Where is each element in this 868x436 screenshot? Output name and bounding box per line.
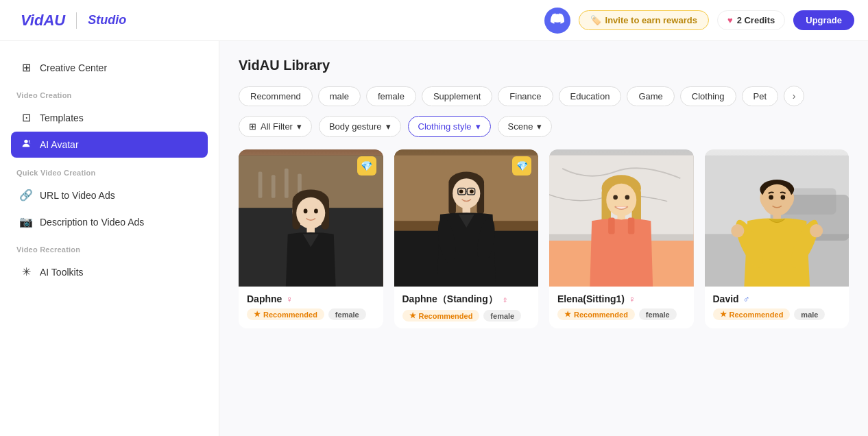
body-gesture-label: Body gesture	[329, 121, 382, 132]
sidebar-item-label: Description to Video Ads	[40, 217, 144, 228]
toolkits-icon: ✳	[19, 265, 33, 278]
sidebar: ⊞ Creative Center Video Creation ⊡ Templ…	[0, 41, 219, 436]
sidebar-item-creative-center[interactable]: ⊞ Creative Center	[11, 55, 208, 80]
gender-tag-male: male	[794, 308, 825, 320]
link-icon: 🔗	[19, 189, 33, 202]
filter-tag-female[interactable]: female	[366, 86, 416, 106]
main-layout: ⊞ Creative Center Video Creation ⊡ Templ…	[0, 41, 868, 436]
star-icon: ★	[564, 310, 571, 319]
avatar-name-text: Daphne	[247, 293, 282, 304]
recommended-tag: ★ Recommended	[557, 308, 635, 320]
sidebar-item-ai-avatar[interactable]: AI Avatar	[11, 132, 208, 158]
scene-dropdown[interactable]: Scene ▾	[498, 116, 553, 137]
svg-rect-5	[272, 175, 276, 197]
avatar-name-text: David	[713, 293, 739, 304]
avatar-info-elena: Elena(Sitting1) ♀ ★ Recommended female	[549, 287, 694, 327]
star-icon: ★	[409, 311, 416, 320]
sidebar-item-templates[interactable]: ⊡ Templates	[11, 105, 208, 130]
svg-point-43	[625, 195, 630, 200]
invite-icon: 🏷️	[590, 15, 601, 25]
avatar-tags-daphne-standing: ★ Recommended female	[402, 310, 531, 322]
avatar-info-daphne: Daphne ♀ ★ Recommended female	[239, 287, 383, 327]
avatar-card-elena[interactable]: Elena(Sitting1) ♀ ★ Recommended female	[549, 149, 694, 328]
all-filter-label: All Filter	[261, 121, 293, 132]
filter-more-button[interactable]: ›	[784, 86, 804, 106]
scene-label: Scene	[508, 121, 533, 132]
content-area: VidAU Library Recommend male female Supp…	[219, 41, 868, 436]
sidebar-item-url-to-video[interactable]: 🔗 URL to Video Ads	[11, 182, 208, 208]
sidebar-item-label: Templates	[40, 112, 84, 123]
avatar-grid: 💎 Daphne ♀ ★ Recommended female	[239, 149, 849, 328]
avatar-photo-david	[705, 149, 849, 287]
video-recreation-section-label: Video Recreation	[16, 245, 208, 254]
svg-rect-46	[628, 218, 635, 234]
all-filter-dropdown[interactable]: ⊞ All Filter ▾	[239, 116, 312, 137]
svg-rect-45	[608, 218, 615, 234]
recommended-tag: ★ Recommended	[402, 310, 480, 322]
star-icon: ★	[254, 310, 261, 319]
gender-tag-female: female	[639, 308, 677, 320]
filter-tag-education[interactable]: Education	[559, 86, 622, 106]
credits-label: 2 Credits	[737, 15, 775, 25]
filter-tag-recommend[interactable]: Recommend	[239, 86, 313, 106]
svg-point-13	[296, 197, 325, 229]
svg-point-27	[470, 189, 474, 193]
template-icon: ⊡	[19, 111, 33, 124]
recommended-tag: ★ Recommended	[713, 308, 791, 320]
grid-icon: ⊞	[19, 61, 33, 74]
avatar-tags-elena: ★ Recommended female	[557, 308, 686, 320]
topbar: VidAU Studio 🏷️ Invite to earn rewards ♥…	[0, 0, 868, 41]
avatar-photo-daphne: 💎	[239, 149, 383, 287]
avatar-name-daphne: Daphne ♀	[247, 293, 375, 304]
gender-icon-david: ♂	[743, 294, 750, 304]
svg-point-60	[810, 224, 823, 237]
invite-button[interactable]: 🏷️ Invite to earn rewards	[579, 10, 709, 30]
filter-tag-game[interactable]: Game	[627, 86, 674, 106]
clothing-style-dropdown[interactable]: Clothing style ▾	[408, 116, 491, 137]
filter-tag-supplement[interactable]: Supplement	[422, 86, 492, 106]
filter-tags-row: Recommend male female Supplement Finance…	[239, 86, 849, 106]
filter-grid-icon: ⊞	[249, 121, 256, 132]
filter-tag-pet[interactable]: Pet	[742, 86, 779, 106]
svg-rect-6	[285, 169, 289, 198]
avatar-card-david[interactable]: David ♂ ★ Recommended male	[705, 149, 849, 328]
gender-tag-female: female	[483, 310, 521, 322]
recommended-tag: ★ Recommended	[247, 308, 324, 320]
sidebar-item-description-to-video[interactable]: 📷 Description to Video Ads	[11, 209, 208, 234]
svg-point-14	[304, 209, 308, 214]
sidebar-item-ai-toolkits[interactable]: ✳ AI Toolkits	[11, 259, 208, 284]
studio-text: Studio	[88, 13, 126, 27]
clothing-style-chevron: ▾	[476, 121, 481, 132]
svg-point-1	[29, 141, 30, 142]
avatar-tags-david: ★ Recommended male	[713, 308, 841, 320]
avatar-info-daphne-standing: Daphne（Standing） ♀ ★ Recommended female	[394, 287, 539, 328]
avatar-card-daphne-standing[interactable]: 💎 Daphne（Standing） ♀ ★ Recommended femal…	[394, 149, 539, 328]
video-creation-section-label: Video Creation	[16, 91, 208, 99]
quick-video-section-label: Quick Video Creation	[16, 169, 208, 177]
avatar-photo-elena	[549, 149, 694, 287]
dropdown-filters-row: ⊞ All Filter ▾ Body gesture ▾ Clothing s…	[239, 116, 849, 137]
credits-button[interactable]: ♥ 2 Credits	[717, 10, 785, 30]
body-gesture-dropdown[interactable]: Body gesture ▾	[319, 116, 401, 137]
svg-point-41	[606, 184, 636, 217]
svg-point-0	[24, 140, 27, 143]
body-gesture-chevron: ▾	[386, 121, 391, 132]
avatar-name-text: Elena(Sitting1)	[557, 293, 625, 304]
discord-button[interactable]	[544, 8, 570, 34]
star-icon: ★	[720, 310, 727, 319]
avatar-card-daphne[interactable]: 💎 Daphne ♀ ★ Recommended female	[239, 149, 383, 328]
avatar-name-daphne-standing: Daphne（Standing） ♀	[402, 293, 531, 306]
svg-point-26	[459, 189, 463, 193]
upgrade-button[interactable]: Upgrade	[793, 10, 854, 30]
sidebar-item-label: Creative Center	[40, 62, 107, 73]
filter-tag-male[interactable]: male	[318, 86, 361, 106]
sidebar-item-label: URL to Video Ads	[40, 190, 115, 201]
camera-icon: 📷	[19, 215, 33, 228]
heart-icon: ♥	[727, 15, 733, 25]
filter-tag-finance[interactable]: Finance	[498, 86, 553, 106]
invite-label: Invite to earn rewards	[605, 15, 697, 25]
filter-tag-clothing[interactable]: Clothing	[680, 86, 736, 106]
svg-point-25	[453, 178, 480, 208]
avatar-name-text: Daphne（Standing）	[402, 293, 498, 306]
logo-divider	[76, 12, 77, 29]
